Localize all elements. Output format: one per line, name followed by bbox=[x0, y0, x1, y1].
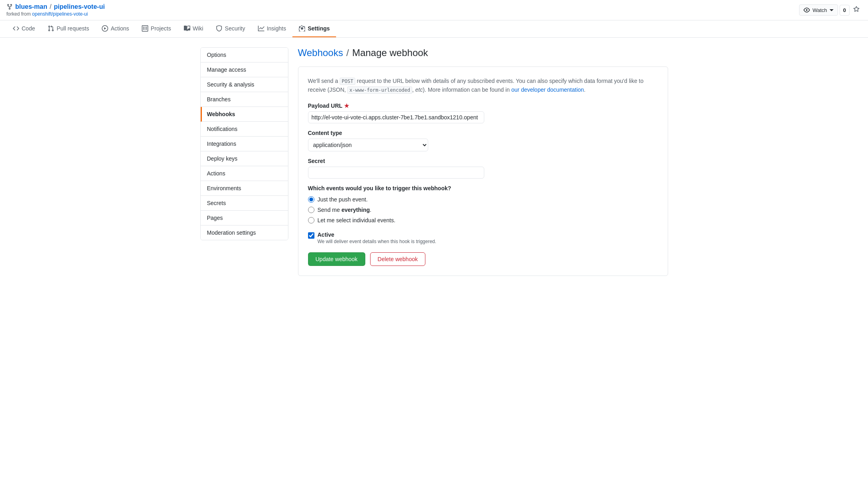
active-description: We will deliver event details when this … bbox=[318, 239, 437, 244]
repo-title: blues-man / pipelines-vote-ui bbox=[6, 3, 105, 10]
active-label[interactable]: Active bbox=[318, 231, 334, 238]
chevron-down-icon bbox=[830, 8, 834, 12]
shield-icon bbox=[216, 25, 222, 32]
fork-info: forked from openshift/pipelines-vote-ui bbox=[6, 11, 105, 17]
radio-just-push-input[interactable] bbox=[308, 196, 314, 203]
sidebar-item-options[interactable]: Options bbox=[201, 48, 288, 62]
delete-webhook-button[interactable]: Delete webhook bbox=[370, 252, 425, 266]
repo-link[interactable]: pipelines-vote-ui bbox=[54, 3, 105, 10]
webhook-form-card: We'll send a POST request to the URL bel… bbox=[298, 66, 668, 276]
separator: / bbox=[50, 3, 51, 10]
radio-send-everything[interactable]: Send me everything. bbox=[308, 207, 658, 213]
radio-select-individual[interactable]: Let me select individual events. bbox=[308, 217, 658, 223]
star-button[interactable] bbox=[851, 4, 862, 16]
sidebar-item-actions[interactable]: Actions bbox=[201, 166, 288, 181]
sidebar-item-environments[interactable]: Environments bbox=[201, 181, 288, 196]
payload-url-input[interactable] bbox=[308, 111, 484, 123]
eye-icon bbox=[804, 7, 810, 13]
watch-button[interactable]: Watch bbox=[799, 4, 838, 16]
sidebar-item-manage-access[interactable]: Manage access bbox=[201, 62, 288, 77]
table-icon bbox=[142, 25, 148, 32]
sidebar-item-pages[interactable]: Pages bbox=[201, 211, 288, 225]
content-type-group: Content type application/json applicatio… bbox=[308, 130, 658, 151]
active-checkbox[interactable] bbox=[308, 232, 314, 239]
fork-source-link[interactable]: openshift/pipelines-vote-ui bbox=[32, 11, 88, 17]
secret-group: Secret bbox=[308, 158, 658, 179]
graph-icon bbox=[258, 25, 264, 32]
play-icon bbox=[102, 25, 108, 32]
form-description: We'll send a POST request to the URL bel… bbox=[308, 76, 658, 95]
secret-label: Secret bbox=[308, 158, 658, 164]
code-icon bbox=[13, 25, 19, 32]
content-type-label: Content type bbox=[308, 130, 658, 136]
required-star: ★ bbox=[344, 103, 349, 109]
tab-wiki[interactable]: Wiki bbox=[177, 20, 209, 37]
update-webhook-button[interactable]: Update webhook bbox=[308, 252, 365, 266]
events-group: Which events would you like to trigger t… bbox=[308, 185, 658, 223]
nav-tabs: Code Pull requests Actions Projects Wiki… bbox=[0, 20, 868, 38]
page-header: Webhooks / Manage webhook bbox=[298, 47, 668, 58]
top-right: Watch 0 bbox=[799, 4, 862, 16]
breadcrumb-separator: / bbox=[346, 47, 349, 58]
sidebar-item-branches[interactable]: Branches bbox=[201, 92, 288, 107]
secret-input[interactable] bbox=[308, 167, 484, 179]
pr-icon bbox=[48, 25, 54, 32]
gear-icon bbox=[299, 25, 305, 32]
fork-icon bbox=[6, 4, 13, 10]
sidebar-item-security-analysis[interactable]: Security & analysis bbox=[201, 77, 288, 92]
main-content: Webhooks / Manage webhook We'll send a P… bbox=[298, 47, 668, 276]
sidebar-item-secrets[interactable]: Secrets bbox=[201, 196, 288, 211]
sidebar-item-moderation-settings[interactable]: Moderation settings bbox=[201, 225, 288, 240]
sidebar-item-notifications[interactable]: Notifications bbox=[201, 122, 288, 137]
page-title: Manage webhook bbox=[352, 47, 428, 58]
sidebar-item-deploy-keys[interactable]: Deploy keys bbox=[201, 151, 288, 166]
active-group: Active We will deliver event details whe… bbox=[308, 231, 658, 244]
star-icon bbox=[853, 6, 860, 12]
sidebar-item-integrations[interactable]: Integrations bbox=[201, 137, 288, 151]
payload-url-group: Payload URL ★ bbox=[308, 103, 658, 123]
radio-select-individual-input[interactable] bbox=[308, 217, 314, 223]
button-row: Update webhook Delete webhook bbox=[308, 252, 658, 266]
watch-count[interactable]: 0 bbox=[840, 5, 850, 16]
tab-settings[interactable]: Settings bbox=[292, 20, 336, 37]
content-type-select[interactable]: application/json application/x-www-form-… bbox=[308, 139, 428, 151]
top-bar: blues-man / pipelines-vote-ui forked fro… bbox=[0, 0, 868, 20]
tab-security[interactable]: Security bbox=[209, 20, 252, 37]
sidebar-item-webhooks[interactable]: Webhooks bbox=[201, 107, 288, 122]
book-icon bbox=[184, 25, 190, 32]
radio-send-everything-input[interactable] bbox=[308, 207, 314, 213]
layout: Options Manage access Security & analysi… bbox=[194, 38, 675, 286]
sidebar: Options Manage access Security & analysi… bbox=[200, 47, 288, 240]
tab-pull-requests[interactable]: Pull requests bbox=[41, 20, 95, 37]
watch-label: Watch bbox=[812, 7, 827, 13]
developer-docs-link[interactable]: our developer documentation bbox=[512, 87, 584, 93]
tab-projects[interactable]: Projects bbox=[135, 20, 177, 37]
form-url-code: x-www-form-urlencoded bbox=[347, 87, 412, 94]
post-code: POST bbox=[340, 78, 355, 85]
tab-code[interactable]: Code bbox=[6, 20, 41, 37]
webhooks-breadcrumb-link[interactable]: Webhooks bbox=[298, 47, 343, 58]
tab-insights[interactable]: Insights bbox=[252, 20, 292, 37]
tab-actions[interactable]: Actions bbox=[95, 20, 135, 37]
radio-group: Just the push event. Send me everything.… bbox=[308, 196, 658, 223]
events-section-title: Which events would you like to trigger t… bbox=[308, 185, 658, 191]
radio-just-push[interactable]: Just the push event. bbox=[308, 196, 658, 203]
payload-url-label: Payload URL ★ bbox=[308, 103, 658, 109]
org-link[interactable]: blues-man bbox=[15, 3, 47, 10]
